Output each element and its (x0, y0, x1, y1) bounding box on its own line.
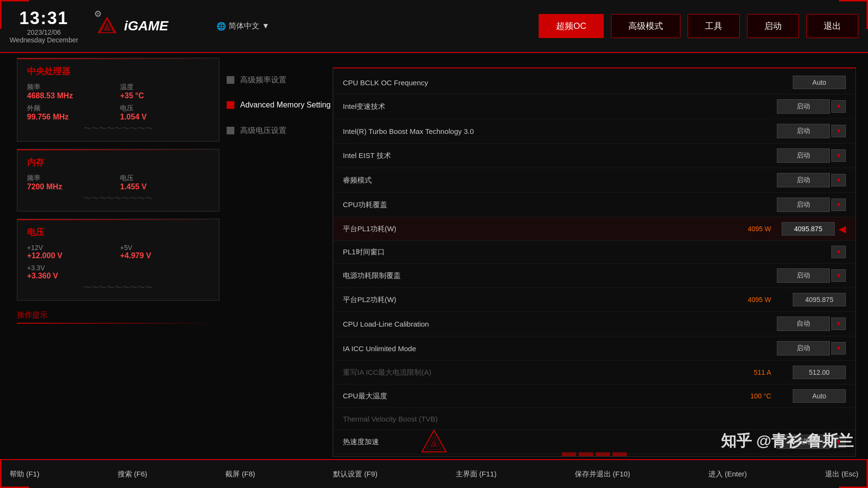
setting-unit-13: 100 °C (732, 392, 771, 400)
setting-row-10[interactable]: CPU Load-Line Calibration自动▼ (333, 312, 855, 336)
setting-row-9[interactable]: 平台PL2功耗(W)4095 W4095.875 (333, 288, 855, 312)
cpu-extfreq-section: 外频 99.756 MHz (27, 104, 116, 121)
setting-control-5: 启动▼ (777, 198, 846, 212)
setting-control-0: Auto (778, 76, 846, 89)
svg-marker-5 (430, 438, 438, 447)
setting-name-11: IA ICC Unlimited Mode (343, 344, 777, 353)
setting-control-13: Auto (778, 389, 846, 403)
main-settings-panel: CPU BCLK OC FrequencyAutoIntel变速技术启动▼Int… (333, 67, 856, 457)
lang-selector[interactable]: 🌐 简体中文 ▼ (217, 21, 270, 31)
voltage-card-grid: +12V +12.000 V +5V +4.979 V +3.3V +3.360… (27, 244, 209, 280)
setting-value-box-2[interactable]: 启动 (777, 124, 830, 138)
setting-row-11[interactable]: IA ICC Unlimited Mode启动▼ (333, 336, 855, 361)
nav-buttons: 超频OC 高级模式 工具 启动 退出 (539, 14, 858, 38)
dropdown-arrow-7[interactable]: ▼ (831, 246, 846, 258)
corner-decoration-tl (0, 0, 29, 29)
setting-value-box-4[interactable]: 启动 (777, 173, 830, 187)
setting-row-13[interactable]: CPU最大温度100 °CAuto (333, 384, 855, 408)
setting-control-9: 4095.875 (778, 293, 846, 306)
setting-row-0[interactable]: CPU BCLK OC FrequencyAuto (333, 71, 855, 94)
sidebar-item-voltage-settings[interactable]: 高级电压设置 (227, 123, 333, 138)
cpu-temp-section: 温度 +35 °C (120, 83, 209, 100)
setting-value-box-8[interactable]: 启动 (777, 268, 830, 283)
dropdown-arrow-4[interactable]: ▼ (831, 174, 846, 186)
setting-row-5[interactable]: CPU功耗覆盖启动▼ (333, 193, 855, 217)
setting-name-12: 重写IA ICC最大电流限制(A) (343, 368, 732, 377)
setting-name-14: Thermal Velocity Boost (TVB) (343, 415, 846, 423)
mem-voltage-value: 1.455 V (120, 183, 209, 191)
setting-control-3: 启动▼ (777, 148, 846, 163)
setting-unit-6: 4095 W (732, 225, 771, 233)
setting-value-box-6[interactable]: 4095.875 (782, 222, 835, 236)
setting-value-box-1[interactable]: 启动 (777, 99, 830, 114)
setting-row-1[interactable]: Intel变速技术启动▼ (333, 94, 855, 119)
setting-value-box-3[interactable]: 启动 (777, 148, 830, 163)
cpu-temp-value: +35 °C (120, 92, 209, 100)
setting-value-box-12[interactable]: 512.00 (793, 366, 846, 379)
cpu-wave-decoration: 〜〜〜〜〜〜〜〜〜 (27, 124, 209, 134)
sidebar-item-freq-settings[interactable]: 高级频率设置 (227, 72, 333, 88)
setting-row-14[interactable]: Thermal Velocity Boost (TVB) (333, 408, 855, 430)
nav-btn-overclocking[interactable]: 超频OC (539, 14, 604, 38)
bottom-items: 帮助 (F1)搜索 (F6)截屏 (F8)默认设置 (F9)主界面 (F11)保… (10, 470, 858, 479)
setting-value-box-0[interactable]: Auto (793, 76, 846, 89)
header: 13:31 2023/12/06 Wednesday December ⚙ iG… (0, 0, 868, 53)
corner-decoration-br (839, 459, 868, 488)
setting-value-box-5[interactable]: 启动 (777, 198, 830, 212)
setting-row-12[interactable]: 重写IA ICC最大电流限制(A)511 A512.00 (333, 361, 855, 384)
v5-value: +4.979 V (120, 251, 209, 260)
nav-btn-boot[interactable]: 启动 (747, 14, 799, 38)
setting-value-box-9[interactable]: 4095.875 (793, 293, 846, 306)
mem-freq-value: 7200 MHz (27, 183, 116, 191)
bottom-item-1[interactable]: 搜索 (F6) (118, 470, 148, 479)
sidebar-item-voltage-label: 高级电压设置 (240, 125, 286, 136)
setting-row-3[interactable]: Intel EIST 技术启动▼ (333, 144, 855, 168)
mem-freq-section: 频率 7200 MHz (27, 174, 116, 191)
gear-icon[interactable]: ⚙ (94, 9, 102, 19)
memory-card-grid: 频率 7200 MHz 电压 1.455 V (27, 174, 209, 191)
dropdown-arrow-2[interactable]: ▼ (831, 125, 846, 137)
cpu-voltage-section: 电压 1.054 V (120, 104, 209, 121)
operation-tips-section: 操作提示 (17, 308, 219, 324)
setting-name-1: Intel变速技术 (343, 102, 777, 111)
sidebar-item-freq-label: 高级频率设置 (240, 75, 286, 85)
side-navigation: 高级频率设置 Advanced Memory Setting 高级电压设置 (227, 72, 333, 138)
setting-value-box-13[interactable]: Auto (793, 389, 846, 403)
setting-row-4[interactable]: 睿频模式启动▼ (333, 168, 855, 193)
dropdown-arrow-1[interactable]: ▼ (831, 100, 846, 113)
lang-dropdown-arrow: ▼ (262, 22, 270, 30)
bottom-item-2[interactable]: 截屏 (F8) (225, 470, 255, 479)
nav-btn-tools[interactable]: 工具 (688, 14, 740, 38)
v12-value: +12.000 V (27, 251, 116, 260)
left-panel: 中央处理器 频率 4688.53 MHz 温度 +35 °C 外频 99.756… (17, 58, 219, 459)
nav-indicator-freq (227, 76, 234, 84)
dropdown-arrow-11[interactable]: ▼ (831, 342, 846, 355)
setting-row-6[interactable]: 平台PL1功耗(W)4095 W4095.875◀ (333, 217, 855, 241)
dropdown-arrow-5[interactable]: ▼ (831, 198, 846, 211)
setting-value-box-10[interactable]: 自动 (777, 317, 830, 331)
setting-row-8[interactable]: 电源功耗限制覆盖启动▼ (333, 264, 855, 288)
mem-voltage-section: 电压 1.455 V (120, 174, 209, 191)
dropdown-arrow-10[interactable]: ▼ (831, 317, 846, 330)
sidebar-item-memory-settings[interactable]: Advanced Memory Setting (227, 97, 333, 113)
bottom-item-4[interactable]: 主界面 (F11) (456, 470, 497, 479)
logo-section: iGAME (95, 14, 168, 38)
header-left: 13:31 2023/12/06 Wednesday December ⚙ iG… (10, 8, 270, 44)
setting-control-12: 512.00 (778, 366, 846, 379)
setting-value-box-11[interactable]: 启动 (777, 341, 830, 356)
dropdown-arrow-8[interactable]: ▼ (831, 269, 846, 282)
dropdown-arrow-3[interactable]: ▼ (831, 149, 846, 162)
setting-row-7[interactable]: PL1时间窗口▼ (333, 241, 855, 264)
bottom-logo (420, 428, 448, 457)
bottom-item-5[interactable]: 保存并退出 (F10) (575, 470, 630, 479)
bottom-item-6[interactable]: 进入 (Enter) (708, 470, 747, 479)
setting-name-13: CPU最大温度 (343, 392, 732, 401)
globe-icon: 🌐 (217, 22, 226, 31)
cpu-card: 中央处理器 频率 4688.53 MHz 温度 +35 °C 外频 99.756… (17, 58, 219, 142)
setting-name-5: CPU功耗覆盖 (343, 200, 777, 210)
nav-btn-advanced-mode[interactable]: 高级模式 (611, 14, 680, 38)
setting-control-11: 启动▼ (777, 341, 846, 356)
setting-control-7: ▼ (778, 246, 846, 258)
bottom-item-3[interactable]: 默认设置 (F9) (333, 470, 378, 479)
setting-row-2[interactable]: Intel(R) Turbo Boost Max Technology 3.0启… (333, 119, 855, 144)
